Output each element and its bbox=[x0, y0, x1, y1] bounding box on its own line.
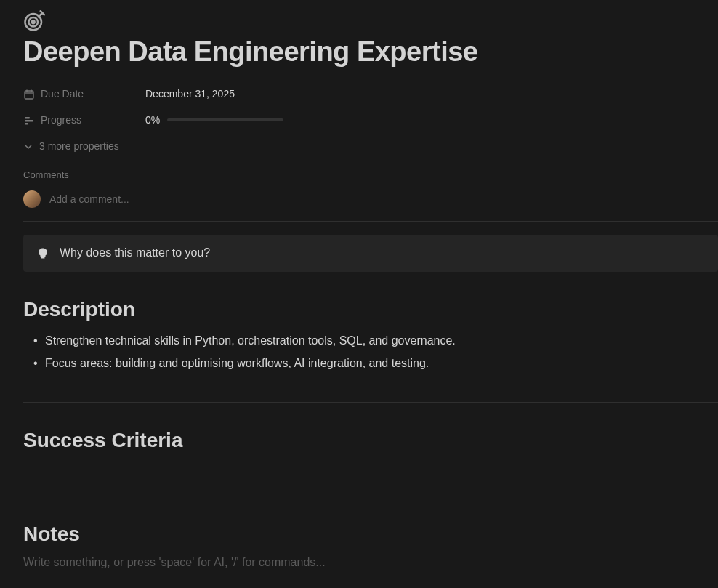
add-comment-row[interactable]: Add a comment... bbox=[23, 190, 718, 221]
divider bbox=[23, 402, 718, 403]
properties-list: Due Date December 31, 2025 Progress 0% bbox=[23, 81, 718, 159]
svg-rect-9 bbox=[25, 120, 33, 122]
callout-text: Why does this matter to you? bbox=[60, 246, 210, 259]
calendar-icon bbox=[23, 87, 35, 100]
target-icon[interactable] bbox=[23, 10, 718, 32]
progress-bar[interactable] bbox=[167, 118, 283, 121]
comment-placeholder: Add a comment... bbox=[49, 193, 129, 205]
notes-heading[interactable]: Notes bbox=[23, 523, 718, 546]
svg-rect-11 bbox=[41, 257, 45, 259]
callout-block[interactable]: Why does this matter to you? bbox=[23, 235, 718, 272]
divider bbox=[23, 496, 718, 496]
svg-rect-12 bbox=[41, 259, 44, 259]
more-properties-label: 3 more properties bbox=[39, 140, 119, 152]
list-item[interactable]: Strengthen technical skills in Python, o… bbox=[23, 331, 718, 350]
property-progress[interactable]: Progress 0% bbox=[23, 107, 718, 133]
progress-label: Progress bbox=[41, 114, 81, 126]
property-due-date[interactable]: Due Date December 31, 2025 bbox=[23, 81, 718, 107]
svg-point-2 bbox=[32, 20, 35, 23]
description-heading[interactable]: Description bbox=[23, 298, 718, 321]
more-properties-toggle[interactable]: 3 more properties bbox=[23, 133, 718, 159]
success-criteria-heading[interactable]: Success Criteria bbox=[23, 429, 718, 452]
comments-section: Comments Add a comment... bbox=[23, 169, 718, 221]
svg-rect-4 bbox=[25, 91, 33, 99]
page-title[interactable]: Deepen Data Engineering Expertise bbox=[23, 36, 718, 68]
svg-rect-8 bbox=[25, 117, 30, 119]
chevron-down-icon bbox=[23, 140, 33, 152]
notes-placeholder[interactable]: Write something, or press 'space' for AI… bbox=[23, 556, 718, 569]
lightbulb-icon bbox=[36, 246, 49, 260]
progress-icon bbox=[23, 113, 35, 126]
due-date-value[interactable]: December 31, 2025 bbox=[145, 88, 235, 100]
description-list: Strengthen technical skills in Python, o… bbox=[23, 331, 718, 373]
list-item[interactable]: Focus areas: building and optimising wor… bbox=[23, 354, 718, 373]
progress-value: 0% bbox=[145, 114, 160, 126]
avatar bbox=[23, 190, 41, 208]
divider bbox=[23, 221, 718, 222]
due-date-label: Due Date bbox=[41, 88, 84, 100]
svg-rect-10 bbox=[25, 123, 28, 125]
comments-label: Comments bbox=[23, 169, 718, 180]
